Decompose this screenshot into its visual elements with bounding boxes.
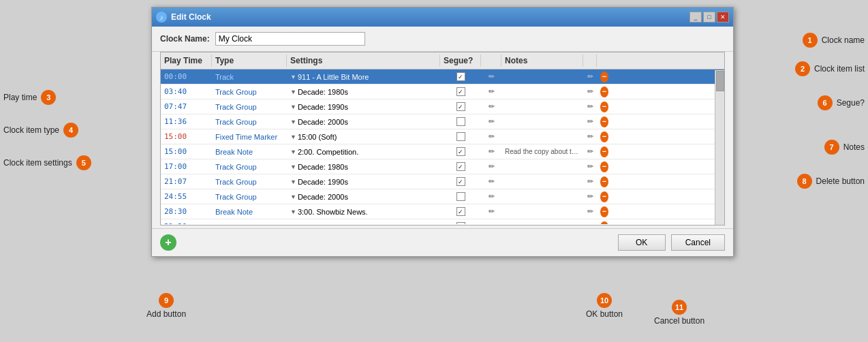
cell-delete[interactable]: − bbox=[597, 70, 612, 84]
dropdown-arrow[interactable]: ▼ bbox=[290, 193, 296, 200]
cell-settings[interactable]: ▼ Decade: 2000s bbox=[287, 116, 440, 127]
cell-settings[interactable]: ▼ 3:00. Showbiz News. bbox=[287, 206, 440, 217]
segue-checkbox[interactable] bbox=[456, 207, 465, 216]
cell-delete[interactable]: − bbox=[597, 85, 612, 99]
minimize-button[interactable]: _ bbox=[689, 12, 702, 22]
segue-checkbox[interactable] bbox=[456, 87, 465, 96]
ok-button[interactable]: OK bbox=[618, 234, 666, 251]
cell-delete[interactable]: − bbox=[597, 100, 612, 114]
cell-edit-icon2[interactable]: ✏ bbox=[583, 101, 597, 112]
cell-edit-icon2[interactable]: ✏ bbox=[583, 131, 597, 142]
cell-edit-icon[interactable]: ✏ bbox=[481, 206, 501, 217]
add-button[interactable]: + bbox=[160, 234, 176, 251]
delete-button[interactable]: − bbox=[600, 87, 608, 97]
cell-edit-icon[interactable]: ✏ bbox=[481, 191, 501, 202]
cell-edit-icon2[interactable]: ✏ bbox=[583, 206, 597, 217]
cell-edit-icon2[interactable]: ✏ bbox=[583, 71, 597, 82]
cell-edit-icon[interactable]: ✏ bbox=[481, 176, 501, 187]
table-row[interactable]: 00:00 Track ▼ 911 - A Little Bit More ✏ … bbox=[161, 69, 724, 84]
scrollbar[interactable] bbox=[715, 70, 724, 226]
cell-settings[interactable]: ▼ Decade: 2010s bbox=[287, 221, 440, 225]
cell-segue[interactable] bbox=[440, 206, 481, 217]
delete-button[interactable]: − bbox=[600, 161, 608, 172]
table-row[interactable]: 24:55 Track Group ▼ Decade: 2000s ✏ ✏ − bbox=[161, 189, 724, 204]
delete-button[interactable]: − bbox=[600, 176, 608, 187]
segue-checkbox[interactable] bbox=[456, 147, 465, 156]
table-row[interactable]: 03:40 Track Group ▼ Decade: 1980s ✏ ✏ − bbox=[161, 84, 724, 99]
cell-edit-icon2[interactable]: ✏ bbox=[583, 221, 597, 224]
segue-checkbox[interactable] bbox=[456, 117, 465, 126]
cell-segue[interactable] bbox=[440, 131, 481, 142]
segue-checkbox[interactable] bbox=[456, 177, 465, 186]
cell-edit-icon[interactable]: ✏ bbox=[481, 86, 501, 97]
segue-checkbox[interactable] bbox=[456, 102, 465, 111]
delete-button[interactable]: − bbox=[600, 131, 608, 142]
segue-checkbox[interactable] bbox=[456, 162, 465, 171]
delete-button[interactable]: − bbox=[600, 116, 608, 127]
cell-edit-icon2[interactable]: ✏ bbox=[583, 176, 597, 187]
dropdown-arrow[interactable]: ▼ bbox=[290, 208, 296, 215]
table-row[interactable]: 17:00 Track Group ▼ Decade: 1980s ✏ ✏ − bbox=[161, 159, 724, 174]
table-row[interactable]: 15:00 Fixed Time Marker ▼ 15:00 (Soft) ✏… bbox=[161, 129, 724, 144]
cell-delete[interactable]: − bbox=[597, 205, 612, 219]
table-row[interactable]: 15:00 Break Note ▼ 2:00. Competition. ✏ … bbox=[161, 144, 724, 159]
delete-button[interactable]: − bbox=[600, 102, 608, 112]
title-controls[interactable]: _ □ ✕ bbox=[689, 12, 729, 22]
dropdown-arrow[interactable]: ▼ bbox=[290, 119, 296, 125]
cell-settings[interactable]: ▼ 911 - A Little Bit More bbox=[287, 72, 440, 82]
cell-delete[interactable]: − bbox=[597, 130, 612, 144]
table-row[interactable]: 21:07 Track Group ▼ Decade: 1990s ✏ ✏ − bbox=[161, 174, 724, 189]
cell-edit-icon2[interactable]: ✏ bbox=[583, 116, 597, 127]
restore-button[interactable]: □ bbox=[703, 12, 715, 22]
dropdown-arrow[interactable]: ▼ bbox=[290, 89, 296, 95]
table-row[interactable]: 07:47 Track Group ▼ Decade: 1990s ✏ ✏ − bbox=[161, 99, 724, 114]
cell-delete[interactable]: − bbox=[597, 175, 612, 189]
cell-segue[interactable] bbox=[440, 86, 481, 97]
table-row[interactable]: 28:30 Break Note ▼ 3:00. Showbiz News. ✏… bbox=[161, 204, 724, 219]
cell-edit-icon[interactable]: ✏ bbox=[481, 161, 501, 172]
delete-button[interactable]: − bbox=[600, 146, 608, 157]
cell-segue[interactable] bbox=[440, 71, 481, 82]
dropdown-arrow[interactable]: ▼ bbox=[290, 149, 296, 155]
cell-settings[interactable]: ▼ 15:00 (Soft) bbox=[287, 131, 440, 142]
cell-segue[interactable] bbox=[440, 101, 481, 112]
cell-edit-icon2[interactable]: ✏ bbox=[583, 161, 597, 172]
cell-settings[interactable]: ▼ Decade: 1980s bbox=[287, 87, 440, 97]
segue-checkbox[interactable] bbox=[456, 192, 465, 201]
delete-button[interactable]: − bbox=[600, 206, 608, 217]
cell-delete[interactable]: − bbox=[597, 160, 612, 174]
cell-edit-icon[interactable]: ✏ bbox=[481, 116, 501, 127]
cell-segue[interactable] bbox=[440, 116, 481, 127]
cell-edit-icon[interactable]: ✏ bbox=[481, 131, 501, 142]
delete-button[interactable]: − bbox=[600, 221, 608, 225]
delete-button[interactable]: − bbox=[600, 191, 608, 202]
table-row[interactable]: 11:36 Track Group ▼ Decade: 2000s ✏ ✏ − bbox=[161, 114, 724, 129]
dropdown-arrow[interactable]: ▼ bbox=[290, 164, 296, 170]
segue-checkbox[interactable] bbox=[456, 222, 465, 224]
cell-delete[interactable]: − bbox=[597, 220, 612, 225]
cell-segue[interactable] bbox=[440, 176, 481, 187]
dropdown-arrow[interactable]: ▼ bbox=[290, 74, 296, 80]
segue-checkbox[interactable] bbox=[456, 72, 465, 81]
cell-settings[interactable]: ▼ Decade: 1980s bbox=[287, 161, 440, 172]
cell-edit-icon2[interactable]: ✏ bbox=[583, 86, 597, 97]
scrollbar-thumb[interactable] bbox=[716, 71, 724, 91]
cell-edit-icon2[interactable]: ✏ bbox=[583, 191, 597, 202]
clock-name-input[interactable] bbox=[215, 32, 365, 46]
cell-edit-icon[interactable]: ✏ bbox=[481, 146, 501, 157]
dropdown-arrow[interactable]: ▼ bbox=[290, 223, 296, 225]
close-button[interactable]: ✕ bbox=[717, 12, 729, 22]
cell-delete[interactable]: − bbox=[597, 145, 612, 159]
cell-settings[interactable]: ▼ Decade: 1990s bbox=[287, 176, 440, 187]
cell-edit-icon[interactable]: ✏ bbox=[481, 221, 501, 224]
dropdown-arrow[interactable]: ▼ bbox=[290, 178, 296, 185]
delete-button[interactable]: − bbox=[600, 72, 608, 82]
cell-segue[interactable] bbox=[440, 191, 481, 202]
cancel-button[interactable]: Cancel bbox=[671, 234, 725, 251]
cell-edit-icon2[interactable]: ✏ bbox=[583, 146, 597, 157]
cell-edit-icon[interactable]: ✏ bbox=[481, 71, 501, 82]
table-row[interactable]: 31:30 Track Group ▼ Decade: 2010s ✏ ✏ − bbox=[161, 219, 724, 224]
cell-settings[interactable]: ▼ 2:00. Competition. bbox=[287, 146, 440, 157]
cell-segue[interactable] bbox=[440, 146, 481, 157]
dropdown-arrow[interactable]: ▼ bbox=[290, 134, 296, 140]
